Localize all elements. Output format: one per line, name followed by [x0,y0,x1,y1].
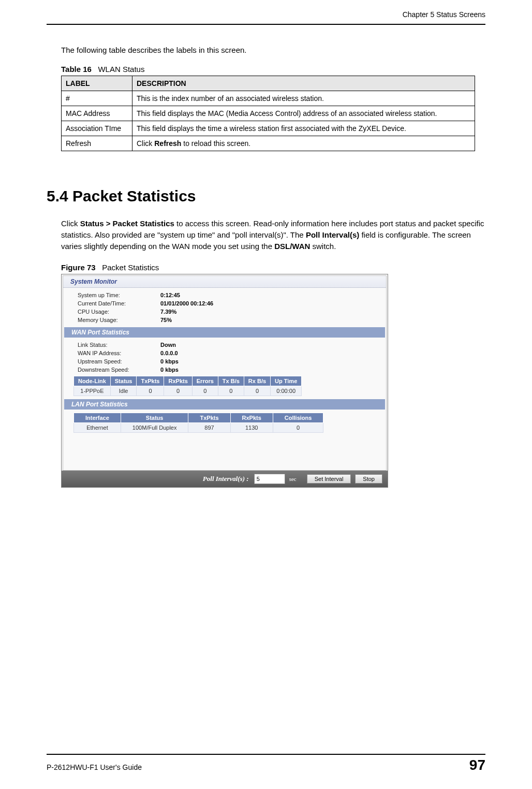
kv-key: Upstream Speed: [78,358,160,364]
figure-caption-title: Packet Statistics [102,263,159,272]
kv-value: 7.39% [160,309,176,315]
set-interval-button[interactable]: Set Interval [307,474,351,484]
header-rule [47,24,485,25]
th-description: DESCRIPTION [132,76,475,91]
th: Interface [74,413,121,423]
kv-value: 0 kbps [160,358,179,364]
cell-label: MAC Address [62,106,132,121]
td: 0 [218,386,244,396]
section-body: Click Status > Packet Statistics to acce… [61,218,485,252]
p-b2: Poll Interval(s) [306,230,359,239]
td: 1130 [230,423,273,433]
table-row: # This is the index number of an associa… [62,91,475,106]
lan-title: LAN Port Statistics [64,399,385,410]
kv-value: 75% [160,317,172,323]
kv-row: Upstream Speed:0 kbps [63,357,386,366]
footer-page: 97 [469,757,485,773]
th: Rx B/s [244,376,270,386]
th: Node-Link [74,376,111,386]
system-monitor-title: System Monitor [63,276,386,288]
cell-label: Refresh [62,136,132,151]
cell-desc-bold: Refresh [154,139,181,148]
wan-stats-table: Node-Link Status TxPkts RxPkts Errors Tx… [73,376,302,396]
p-b1: Status > Packet Statistics [80,219,174,228]
cell-desc: This field displays the MAC (Media Acces… [132,106,475,121]
poll-interval-input[interactable] [254,474,285,484]
table-row: Ethernet 100M/Full Duplex 897 1130 0 [74,423,323,433]
kv-row: WAN IP Address:0.0.0.0 [63,349,386,357]
chapter-header: Chapter 5 Status Screens [47,10,485,20]
kv-row: CPU Usage:7.39% [63,308,386,316]
kv-key: Downstream Speed: [78,367,160,373]
figure-caption: Figure 73 Packet Statistics [61,263,485,272]
table-row: Refresh Click Refresh to reload this scr… [62,136,475,151]
kv-row: Memory Usage:75% [63,316,386,324]
kv-key: Link Status: [78,342,160,348]
cell-label: # [62,91,132,106]
kv-value: Down [160,342,176,348]
cell-desc-pre: Click [137,139,154,148]
cell-label: Association TIme [62,121,132,136]
th: RxPkts [164,376,192,386]
cell-desc: This is the index number of an associate… [132,91,475,106]
footer-guide: P-2612HWU-F1 User's Guide [47,763,142,771]
table-row: Interface Status TxPkts RxPkts Collision… [74,413,323,423]
p-post: switch. [310,242,336,251]
poll-interval-bar: Poll Interval(s) : sec Set Interval Stop [62,471,388,487]
th: TxPkts [188,413,230,423]
kv-row: Downstream Speed:0 kbps [63,366,386,374]
td: 0:00:00 [271,386,302,396]
wan-title: WAN Port Statistics [64,327,385,338]
td: 100M/Full Duplex [121,423,188,433]
th: TxPkts [137,376,164,386]
lan-stats-table: Interface Status TxPkts RxPkts Collision… [73,413,323,433]
td: 0 [273,423,323,433]
kv-row: Current Date/Time:01/01/2000 00:12:46 [63,299,386,308]
th: Tx B/s [218,376,244,386]
td: 0 [137,386,164,396]
kv-value: 0:12:45 [160,292,180,298]
th: RxPkts [230,413,273,423]
table-row: Association TIme This field displays the… [62,121,475,136]
table-row: MAC Address This field displays the MAC … [62,106,475,121]
td: Ethernet [74,423,121,433]
cell-desc: This field displays the time a wireless … [132,121,475,136]
cell-desc-post: to reload this screen. [181,139,250,148]
kv-value: 0.0.0.0 [160,350,178,356]
page-footer: P-2612HWU-F1 User's Guide 97 [47,754,485,773]
table-row: Node-Link Status TxPkts RxPkts Errors Tx… [74,376,302,386]
th: Up Time [271,376,302,386]
p-b3: DSL/WAN [274,242,310,251]
td: 0 [192,386,218,396]
p-pre: Click [61,219,80,228]
kv-value: 01/01/2000 00:12:46 [160,300,213,306]
table-row: 1-PPPoE Idle 0 0 0 0 0 0:00:00 [74,386,302,396]
td: Idle [110,386,137,396]
th-label: LABEL [62,76,132,91]
kv-value: 0 kbps [160,367,179,373]
th: Collisions [273,413,323,423]
kv-key: Current Date/Time: [78,300,160,306]
kv-key: WAN IP Address: [78,350,160,356]
system-monitor-panel: System Monitor System up Time:0:12:45 Cu… [63,275,387,471]
table16-caption-num: Table 16 [61,65,92,74]
kv-key: Memory Usage: [78,317,160,323]
figure-screenshot: System Monitor System up Time:0:12:45 Cu… [61,274,388,488]
td: 0 [164,386,192,396]
th: Status [121,413,188,423]
section-heading: 5.4 Packet Statistics [47,187,485,205]
stop-button[interactable]: Stop [355,474,382,484]
figure-caption-num: Figure 73 [61,263,96,272]
poll-interval-unit: sec [289,476,297,482]
td: 897 [188,423,230,433]
kv-row: Link Status:Down [63,341,386,349]
table16-caption: Table 16 WLAN Status [61,65,485,74]
kv-key: System up Time: [78,292,160,298]
cell-desc: Click Refresh to reload this screen. [132,136,475,151]
th: Status [110,376,137,386]
td: 1-PPPoE [74,386,111,396]
kv-key: CPU Usage: [78,309,160,315]
kv-row: System up Time:0:12:45 [63,291,386,299]
poll-interval-label: Poll Interval(s) : [203,475,249,483]
table-row: LABEL DESCRIPTION [62,76,475,91]
